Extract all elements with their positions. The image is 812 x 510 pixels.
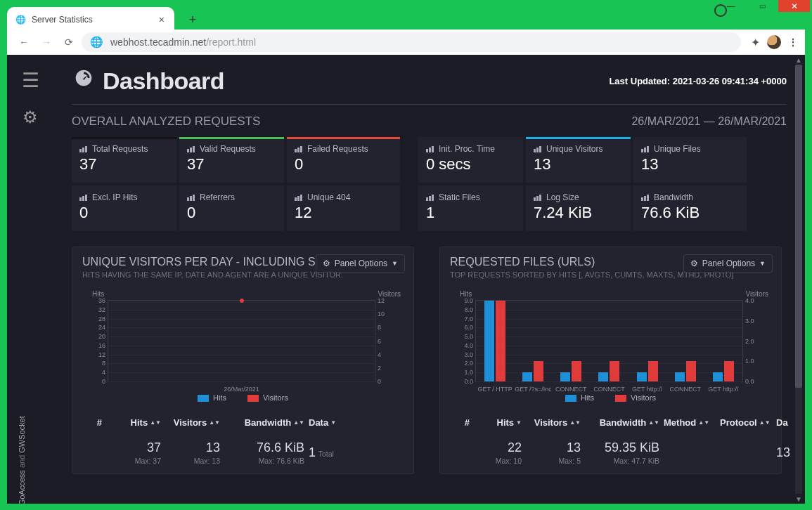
scroll-down-icon[interactable]: ▼ [794,494,804,504]
bars-icon [187,146,195,152]
credits-goaccess-link[interactable]: GoAccess [18,470,26,504]
profile-avatar[interactable] [767,35,781,49]
new-tab-button[interactable]: + [183,10,202,30]
tab-title: Server Statistics [32,15,93,25]
reload-button[interactable]: ⟳ [59,32,79,52]
bars-icon [79,146,88,152]
metric-card: Bandwidth76.6 KiB [633,185,747,231]
bars-icon [641,195,650,201]
browser-tab[interactable]: 🌐 Server Statistics × [7,7,174,32]
credits-gwsocket-link[interactable]: GWSocket [18,416,26,453]
metric-card: Referrers0 [179,185,284,231]
browser-menu-icon[interactable]: ⋮ [788,37,798,48]
gear-icon[interactable]: ⚙ [22,107,38,127]
metric-card: Unique Visitors13 [526,137,631,183]
back-button[interactable]: ← [14,32,34,52]
menu-icon[interactable]: ☰ [22,69,39,92]
tab-close-icon[interactable]: × [159,14,165,25]
caret-down-icon: ▼ [392,260,398,267]
table-row: 22Max: 10 13Max: 5 59.35 KiBMax: 47.7 Ki… [450,440,771,465]
scrollbar[interactable]: ▲ ▼ [794,55,804,504]
metric-card: Static Files1 [418,185,523,231]
extensions-icon[interactable]: ✦ [751,36,760,49]
panel-unique-visitors: UNIQUE VISITORS PER DAY - INCLUDING SPID… [72,247,414,474]
forward-button[interactable]: → [37,32,56,52]
url-host: webhost.tecadmin.net [110,37,206,48]
visitors-chart: Hits Visitors 04812162024283236024681012… [82,292,404,400]
sidebar: ☰ ⚙ [7,55,53,504]
bars-icon [295,146,303,152]
scrollbar-thumb[interactable] [795,65,802,388]
last-updated-label: Last Updated: [609,76,670,86]
address-bar[interactable]: 🌐 webhost.tecadmin.net/report.html [82,32,741,52]
table-row: 37Max: 37 13Max: 13 76.6 KiBMax: 76.6 Ki… [82,440,404,465]
metric-card: Total Requests37 [72,137,176,183]
metric-card: Unique 40412 [287,185,400,231]
dashboard-icon [72,66,96,96]
bars-icon [426,195,434,201]
bars-icon [641,146,650,152]
scroll-up-icon[interactable]: ▲ [794,55,804,65]
page-title: Dashboard [103,67,224,95]
bars-icon [187,195,195,201]
table-header: # Hits▲▼ Visitors▲▼ Bandwidth▲▼ Data▼ [82,417,404,428]
overall-heading: OVERALL ANALYZED REQUESTS [72,115,260,129]
metric-card: Log Size7.24 KiB [526,185,631,231]
gear-icon: ⚙ [323,259,330,268]
gear-icon: ⚙ [690,259,698,268]
bars-icon [295,195,303,201]
globe-icon: 🌐 [15,15,26,25]
site-info-icon[interactable]: 🌐 [90,36,103,48]
browser-toolbar: ← → ⟳ 🌐 webhost.tecadmin.net/report.html… [7,30,805,55]
page-viewport: ☰ ⚙ by GoAccess and GWSocket Dashboard L… [7,55,805,504]
panel-requested-files: REQUESTED FILES (URLS) TOP REQUESTS SORT… [439,247,782,474]
metric-card: Excl. IP Hits0 [72,185,176,231]
metric-card: Failed Requests0 [287,137,400,183]
bars-icon [426,146,434,152]
metric-card: Valid Requests37 [179,137,284,183]
bars-icon [534,146,542,152]
last-updated-value: 2021-03-26 09:41:34 +0000 [673,76,787,86]
url-path: /report.html [206,37,256,48]
metric-card: Init. Proc. Time0 secs [418,137,523,183]
requests-chart: Hits Visitors 0.01.02.03.04.05.06.07.08.… [450,292,771,400]
overall-daterange: 26/MAR/2021 — 26/MAR/2021 [631,115,787,128]
credits: by GoAccess and GWSocket [18,469,26,504]
metric-card: Unique Files13 [633,137,747,183]
caret-down-icon: ▼ [759,260,766,267]
bars-icon [79,195,88,201]
panel-options-button[interactable]: ⚙ Panel Options ▼ [683,254,773,273]
panel-options-button[interactable]: ⚙ Panel Options ▼ [316,254,405,273]
bars-icon [534,195,542,201]
table-header: # Hits▼ Visitors▲▼ Bandwidth▲▼ Method▲▼ … [450,417,771,428]
tab-strip: 🌐 Server Statistics × + [7,4,805,32]
